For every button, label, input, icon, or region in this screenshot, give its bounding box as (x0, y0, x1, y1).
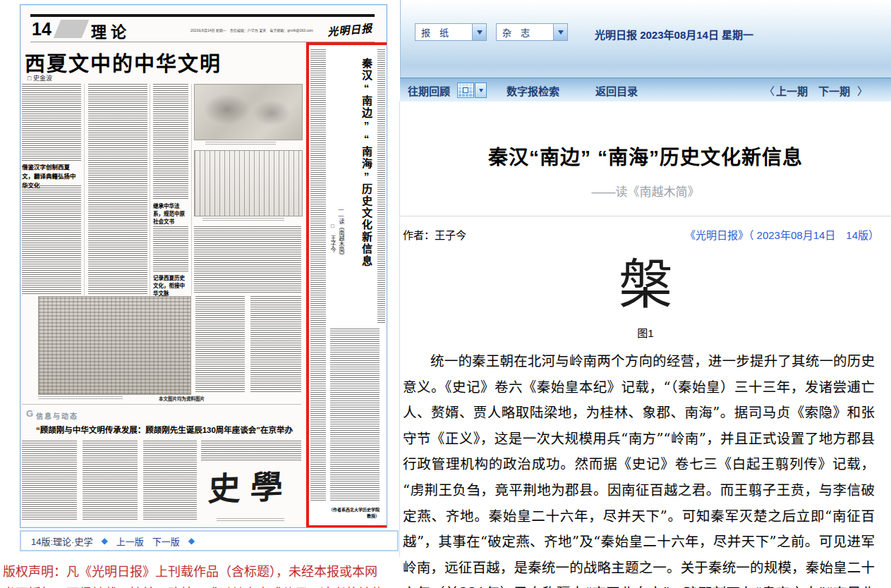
image-caption-illegible (202, 218, 284, 221)
reader-toolbar: 往期回顾 数字报检索 返回目录 〈 上一期 下一期 〉 (400, 78, 891, 102)
pseudo-text (250, 296, 301, 393)
toolbar-past-issues[interactable]: 往期回顾 (408, 83, 450, 98)
article-title: 秦汉“南边” “南海”历史文化新信息 (400, 142, 891, 170)
prev-issue-link[interactable]: 上一期 (776, 83, 808, 98)
next-page-diamond-icon: ◆ (188, 536, 195, 546)
section-slash-decoration (54, 20, 90, 38)
paper-subhead-2: 记录西夏历史文化，衔接中华文脉 (153, 274, 188, 298)
info-section-rule (22, 404, 301, 405)
paper-headline: 西夏文中的中华文明 (25, 47, 265, 77)
boxed-article-subtitle: ——读《南越木简》 (337, 206, 345, 290)
chevron-down-icon (479, 89, 483, 92)
page-nav-label: 14版:理论·史学 (31, 534, 92, 548)
next-page-link[interactable]: 下一版 (152, 534, 180, 548)
calendar-dropdown-icon[interactable] (475, 82, 487, 98)
shixue-calligraphy: 史學 (200, 460, 302, 510)
magazine-select-value: 杂 志 (497, 25, 553, 39)
calendar-icon[interactable] (457, 82, 474, 98)
info-section-logo: G (26, 408, 33, 419)
column-rule (150, 84, 150, 295)
pseudo-text (330, 329, 380, 502)
pseudo-text (194, 226, 301, 294)
pseudo-text (201, 441, 301, 460)
info-section-label: 信息与动态 (36, 410, 78, 421)
chevron-down-icon (477, 30, 483, 35)
info-news-headline: “顾颉刚与中华文明传承发展：顾颉刚先生诞辰130周年座谈会”在京举办 (28, 424, 301, 435)
pseudo-text (310, 49, 326, 501)
boxed-article-author: □ 王子今 (329, 223, 337, 272)
chevron-down-icon (558, 30, 564, 35)
newspaper-select-value: 报 纸 (416, 25, 472, 39)
calendar-dot (463, 87, 468, 93)
prev-page-link[interactable]: 上一版 (116, 534, 144, 548)
pseudo-text (153, 84, 188, 200)
next-issue-bracket: 〉 (857, 83, 868, 98)
figure1-ancient-character-image: 槃 (400, 241, 891, 319)
article-subtitle: ——读《南越木简》 (400, 182, 891, 200)
paper-page-number: 14 (32, 19, 51, 39)
pseudo-text (22, 185, 81, 294)
photo-note: 本文图片均为资料图片 (159, 395, 205, 402)
masthead-rule (30, 14, 375, 17)
prev-issue-bracket: 〈 (764, 83, 775, 98)
paper-section-label: 理论 (91, 19, 131, 42)
pseudo-text (377, 49, 385, 324)
pseudo-text (153, 226, 188, 271)
xixia-woodblock-print-image (194, 84, 303, 140)
paper-dateline: 2023年8月14日 星期一 责任编辑：户华为 梁天 电子邮箱：gmrlb@16… (162, 27, 313, 32)
page-navigation-bar: 14版:理论·史学 ◆ 上一版 下一版 ◆ (20, 530, 399, 551)
pseudo-text (195, 296, 245, 393)
boxed-article-ending: （作者系西北大学历史学院教授） (327, 506, 380, 519)
paper-byline: □ 史金波 (28, 73, 52, 82)
boxed-article-title: 秦汉“南边”“南海”历史文化新信息 (359, 58, 374, 312)
image-caption-illegible (38, 396, 123, 400)
newspaper-page-scan[interactable]: 14 理论 2023年8月14日 星期一 责任编辑：户华为 梁天 电子邮箱：gm… (20, 4, 387, 528)
paper-masthead-calligraphy: 光明日报 (327, 20, 373, 38)
newspaper-select[interactable]: 报 纸 (415, 23, 487, 41)
pseudo-text (22, 441, 77, 520)
article-divider (400, 216, 891, 216)
highlighted-article-box[interactable]: 秦汉“南边”“南海”历史文化新信息 ——读《南越木简》 □ 王子今 （作者系西北… (306, 42, 387, 528)
pseudo-text (143, 441, 197, 520)
magazine-select[interactable]: 杂 志 (496, 23, 568, 41)
pseudo-text (88, 84, 147, 294)
pseudo-text (22, 84, 81, 161)
pseudo-text (83, 441, 138, 520)
copyright-notice: 版权声明：凡《光明日报》上刊载作品（含标题），未经本报或本网书面授权，不得转载、… (3, 561, 388, 588)
pseudo-text (217, 518, 284, 522)
magazine-select-arrow-icon[interactable] (553, 24, 567, 40)
newspaper-select-arrow-icon[interactable] (472, 24, 486, 40)
column-rule (84, 84, 85, 295)
figure1-caption: 图1 (400, 325, 891, 340)
prev-page-diamond-icon: ◆ (101, 536, 107, 546)
article-body-paragraph: 统一的秦王朝在北河与岭南两个方向的经营，进一步提升了其统一的历史意义。《史记》卷… (403, 349, 875, 588)
masthead-date-title: 光明日报 2023年08月14日 星期一 (595, 27, 753, 42)
toolbar-digital-search[interactable]: 数字报检索 (507, 83, 559, 98)
image-caption-illegible (205, 142, 276, 145)
engraving-illustration-image (38, 296, 191, 395)
next-issue-link[interactable]: 下一期 (818, 83, 850, 98)
article-source: 《光明日报》（ 2023年08月14日 14版） (400, 227, 879, 242)
toolbar-back-to-contents[interactable]: 返回目录 (595, 83, 638, 98)
paper-subhead-3: 继承中华法系，规范中原社会文书 (153, 202, 188, 226)
xixia-document-page-image (194, 150, 303, 216)
column-rule (191, 84, 192, 295)
